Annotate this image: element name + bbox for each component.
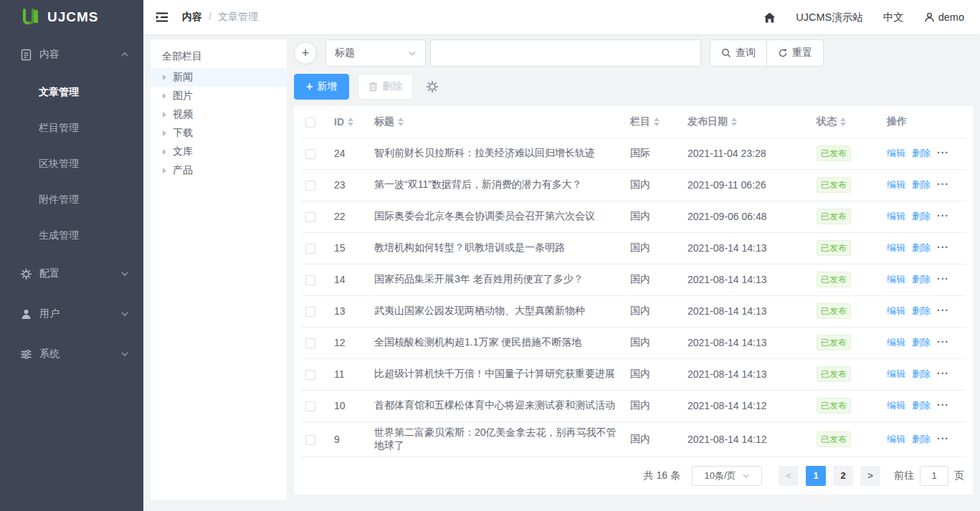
sort-icon[interactable] xyxy=(654,118,660,126)
user-menu[interactable]: demo xyxy=(924,11,964,23)
cell-title[interactable]: 国际奥委会北京冬奥会协调委员会召开第六次会议 xyxy=(368,201,624,232)
sort-icon[interactable] xyxy=(348,118,353,126)
more-actions-button[interactable]: ··· xyxy=(937,399,949,411)
cell-title[interactable]: 比超级计算机快千万倍！中国量子计算研究获重要进展 xyxy=(368,358,624,390)
edit-link[interactable]: 编辑 xyxy=(887,274,905,285)
category-tree-item[interactable]: 文库 xyxy=(151,143,287,161)
sidebar-group-content[interactable]: 内容 xyxy=(0,34,143,75)
sort-icon[interactable] xyxy=(398,118,404,126)
more-actions-button[interactable]: ··· xyxy=(937,210,949,221)
site-name-link[interactable]: UJCMS演示站 xyxy=(796,11,862,24)
edit-link[interactable]: 编辑 xyxy=(887,242,905,253)
home-button[interactable] xyxy=(763,11,776,24)
delete-link[interactable]: 删除 xyxy=(912,368,931,379)
category-tree-item[interactable]: 视频 xyxy=(151,105,287,124)
row-checkbox[interactable] xyxy=(305,338,315,348)
row-checkbox[interactable] xyxy=(305,435,315,445)
cell-title[interactable]: 武夷山国家公园发现两栖动物、大型真菌新物种 xyxy=(368,295,624,327)
sidebar-submenu-item[interactable]: 文章管理 xyxy=(0,75,143,110)
edit-link[interactable]: 编辑 xyxy=(887,179,905,190)
caret-right-icon[interactable] xyxy=(163,75,166,80)
select-all-checkbox[interactable] xyxy=(305,118,315,128)
row-checkbox[interactable] xyxy=(305,244,315,254)
caret-right-icon[interactable] xyxy=(163,130,166,136)
row-checkbox[interactable] xyxy=(305,181,315,191)
query-button[interactable]: 查询 xyxy=(710,39,767,67)
category-tree-item[interactable]: 新闻 xyxy=(151,68,287,87)
sidebar-submenu-item[interactable]: 栏目管理 xyxy=(0,110,143,146)
col-header-id[interactable]: ID xyxy=(334,116,344,128)
row-checkbox[interactable] xyxy=(305,275,315,285)
row-checkbox[interactable] xyxy=(305,149,315,159)
page-button[interactable]: 1 xyxy=(806,466,826,486)
delete-link[interactable]: 删除 xyxy=(912,305,931,316)
delete-link[interactable]: 删除 xyxy=(912,434,931,444)
edit-link[interactable]: 编辑 xyxy=(887,211,905,221)
edit-link[interactable]: 编辑 xyxy=(887,434,905,444)
sidebar-group-config[interactable]: 配置 xyxy=(0,254,143,294)
edit-link[interactable]: 编辑 xyxy=(887,337,905,348)
sidebar-submenu-item[interactable]: 生成管理 xyxy=(0,218,143,254)
more-actions-button[interactable]: ··· xyxy=(937,273,949,285)
category-tree-item[interactable]: 下载 xyxy=(151,124,287,143)
row-checkbox[interactable] xyxy=(305,307,315,317)
cell-title[interactable]: 全国核酸检测机构超1.1万家 便民措施不断落地 xyxy=(368,327,624,358)
sidebar-group-system[interactable]: 系统 xyxy=(0,334,143,374)
cell-title[interactable]: 世界第二富豪贝索斯：20亿美金拿去花，别再骂我不管地球了 xyxy=(368,421,624,457)
add-search-condition-button[interactable]: + xyxy=(294,42,317,65)
app-logo[interactable]: UJCMS xyxy=(0,0,143,34)
more-actions-button[interactable]: ··· xyxy=(937,368,949,379)
delete-link[interactable]: 删除 xyxy=(912,211,931,221)
cell-title[interactable]: 第一波“双11”数据背后，新消费的潜力有多大？ xyxy=(368,169,624,201)
reset-button[interactable]: 重置 xyxy=(766,39,824,67)
sort-icon[interactable] xyxy=(840,118,846,126)
search-field-select[interactable]: 标题 xyxy=(325,39,426,67)
delete-selected-button[interactable]: 删除 xyxy=(358,74,413,100)
edit-link[interactable]: 编辑 xyxy=(887,148,905,158)
cell-title[interactable]: 国家药品集采开展3年 老百姓用药便宜了多少？ xyxy=(368,264,624,295)
more-actions-button[interactable]: ··· xyxy=(937,305,949,316)
collapse-menu-button[interactable] xyxy=(155,10,169,24)
more-actions-button[interactable]: ··· xyxy=(937,147,949,158)
caret-right-icon[interactable] xyxy=(163,112,166,118)
breadcrumb-section[interactable]: 内容 xyxy=(182,11,202,22)
more-actions-button[interactable]: ··· xyxy=(937,242,949,253)
delete-link[interactable]: 删除 xyxy=(912,148,931,158)
category-tree-title[interactable]: 全部栏目 xyxy=(151,47,287,65)
search-input[interactable] xyxy=(430,39,701,67)
caret-right-icon[interactable] xyxy=(163,149,166,155)
cell-title[interactable]: 教培机构如何转型？职教培训或是一条明路 xyxy=(368,232,624,264)
col-header-channel[interactable]: 栏目 xyxy=(630,115,650,128)
delete-link[interactable]: 删除 xyxy=(912,400,931,411)
row-checkbox[interactable] xyxy=(305,401,315,411)
delete-link[interactable]: 删除 xyxy=(912,337,931,348)
category-tree-item[interactable]: 图片 xyxy=(151,87,287,105)
add-article-button[interactable]: + 新增 xyxy=(294,74,349,100)
category-tree-item[interactable]: 产品 xyxy=(151,161,287,180)
row-checkbox[interactable] xyxy=(305,212,315,222)
delete-link[interactable]: 删除 xyxy=(912,242,931,253)
language-switcher[interactable]: 中文 xyxy=(883,11,904,24)
page-button[interactable]: 2 xyxy=(833,466,853,486)
cell-title[interactable]: 首都体育馆和五棵松体育中心将迎来测试赛和测试活动 xyxy=(368,390,624,421)
more-actions-button[interactable]: ··· xyxy=(937,433,949,444)
sidebar-submenu-item[interactable]: 区块管理 xyxy=(0,146,143,182)
cell-title[interactable]: 智利前财长贝拉斯科：拉美经济难以回归增长轨迹 xyxy=(368,138,624,169)
edit-link[interactable]: 编辑 xyxy=(887,400,905,411)
col-header-status[interactable]: 状态 xyxy=(817,115,837,128)
page-size-select[interactable]: 10条/页 xyxy=(692,466,762,486)
edit-link[interactable]: 编辑 xyxy=(887,305,905,316)
sidebar-submenu-item[interactable]: 附件管理 xyxy=(0,182,143,218)
col-header-title[interactable]: 标题 xyxy=(374,115,394,128)
delete-link[interactable]: 删除 xyxy=(912,274,931,285)
column-settings-button[interactable] xyxy=(426,80,439,93)
next-page-button[interactable]: > xyxy=(860,466,880,486)
caret-right-icon[interactable] xyxy=(163,168,166,173)
goto-page-input[interactable] xyxy=(920,466,948,486)
edit-link[interactable]: 编辑 xyxy=(887,368,905,379)
sidebar-group-users[interactable]: 用户 xyxy=(0,294,143,334)
caret-right-icon[interactable] xyxy=(163,93,166,99)
prev-page-button[interactable]: < xyxy=(779,466,799,486)
sort-icon[interactable] xyxy=(731,118,737,126)
row-checkbox[interactable] xyxy=(305,370,315,380)
